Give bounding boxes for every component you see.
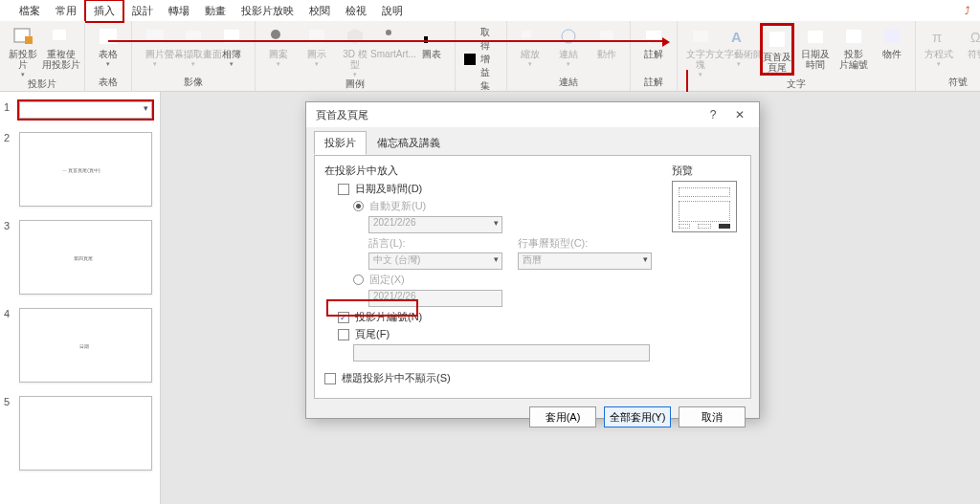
action-icon [595,26,618,47]
tab-slide[interactable]: 投影片 [314,131,367,155]
header-footer-button[interactable]: 頁首及 頁尾 [760,23,794,76]
equation-button[interactable]: π方程式▾ [922,23,956,67]
chart-icon [420,26,443,47]
dialog-close-button[interactable]: ✕ [726,108,753,121]
cancel-button[interactable]: 取消 [679,406,746,427]
svg-point-18 [386,30,391,35]
symbol-button[interactable]: Ω符號 [960,23,980,59]
photo-album-label: 相簿 [222,49,241,59]
icons-button[interactable]: 圖示▾ [300,23,334,67]
zoom-button[interactable]: 縮放▾ [513,23,547,67]
thumb-text: 日期 [79,343,89,349]
menu-design[interactable]: 設計 [124,1,161,21]
photo-album-button[interactable]: 相簿▾ [214,23,249,67]
wordart-label: 文字藝術師 [715,49,763,59]
menu-transitions[interactable]: 轉場 [161,1,197,21]
menu-file[interactable]: 檔案 [11,1,48,21]
menu-home[interactable]: 常用 [48,1,84,21]
caret-icon: ▾ [277,61,280,67]
slide-number-icon: # [842,26,865,47]
auto-update-radio[interactable] [353,201,364,211]
table-label: 表格 [99,49,118,59]
ribbon-group-註解: 註解註解 [631,21,678,91]
fixed-radio[interactable] [353,274,364,285]
screenshot-icon [182,26,205,47]
ribbon-group-圖例: 圖案▾圖示▾3D 模 型▾SmartArt...圖表圖例 [256,21,456,91]
dialog-title: 頁首及頁尾 [316,108,700,122]
svg-rect-13 [224,30,239,43]
thumb-number: 5 [4,396,13,471]
zoom-icon [519,26,542,47]
slide-thumbnail-rail[interactable]: 1插入投影片中2一 頁首頁尾(頁中)3第四頁尾4日期5 [0,92,161,504]
slide-thumbnail[interactable]: 一 頁首頁尾(頁中) [19,132,152,207]
thumb-number: 4 [4,308,13,383]
header-footer-icon [766,29,789,50]
thumb-text: 第四頁尾 [74,255,93,261]
ribbon-group-label: 表格 [91,76,125,91]
footer-label: 頁尾(F) [355,327,390,341]
menu-review[interactable]: 校閱 [301,1,338,21]
annotation-highlight-slide-number [326,299,418,317]
auto-update-date-select[interactable]: 2021/2/26 [368,216,502,233]
link-button[interactable]: 連結▾ [551,23,586,67]
svg-rect-33 [769,32,785,47]
tab-notes-handouts[interactable]: 備忘稿及講義 [367,131,451,155]
preview-label: 預覽 [672,164,741,178]
ribbon-group-label: 註解 [636,76,671,91]
thumb-number: 3 [4,220,13,295]
new-slide-button[interactable]: 新投影 片▾ [6,23,40,77]
slide-thumbnail[interactable]: 插入投影片中 [19,101,152,119]
slide-thumbnail[interactable]: 第四頁尾 [19,220,152,295]
ribbon-group-label: 文字 [683,77,909,93]
apply-button[interactable]: 套用(A) [529,406,596,427]
menu-view[interactable]: 檢視 [338,1,374,21]
action-button[interactable]: 動作 [590,23,624,59]
date-time-checkbox[interactable] [338,184,349,195]
dialog-panel: 在投影片中放入 日期及時間(D) 自動更新(U) 2021/2/26 語言(L)… [314,155,751,399]
menu-slideshow[interactable]: 投影片放映 [234,1,301,21]
chart-button[interactable]: 圖表 [414,23,449,59]
ribbon-group-增益集: 取得增益集我的增益集▾增益集 [456,21,507,91]
footer-input[interactable] [353,344,650,362]
text-box-button[interactable]: A文字方 塊▾ [683,23,718,77]
smartart-button[interactable]: SmartArt... [376,23,411,59]
svg-point-28 [562,30,575,43]
caret-icon: ▾ [353,72,357,77]
slide-thumbnail[interactable] [19,396,152,471]
language-select[interactable]: 中文 (台灣) [368,252,502,270]
dialog-help-button[interactable]: ? [700,108,726,121]
slide-number-button[interactable]: #投影 片編號 [836,23,871,70]
date-time-button[interactable]: 日期及 時間 [798,23,833,70]
footer-checkbox[interactable] [338,329,349,340]
object-button[interactable]: 物件 [875,23,909,59]
ribbon-group-投影片: 新投影 片▾重複使 用投影片投影片 [0,21,85,91]
shapes-button[interactable]: 圖案▾ [261,23,296,67]
menu-insert[interactable]: 插入 [84,0,124,23]
comment-button[interactable]: 註解 [636,23,671,59]
wordart-button[interactable]: A文字藝術師▾ [722,23,756,67]
caret-icon: ▾ [191,61,195,67]
link-icon [557,26,580,47]
slide-thumbnail[interactable]: 日期 [19,308,152,383]
dialog-titlebar[interactable]: 頁首及頁尾 ? ✕ [306,102,759,127]
shapes-icon [267,26,290,47]
table-button[interactable]: 表格▾ [91,23,125,67]
3d-models-icon [344,26,367,47]
menu-animations[interactable]: 動畫 [197,1,234,21]
share-icon[interactable]: ⤴ [965,5,970,16]
reuse-slides-button[interactable]: 重複使 用投影片 [44,23,78,70]
header-footer-label: 頁首及 頁尾 [763,52,791,73]
calendar-select[interactable]: 西曆 [518,252,652,270]
menu-help[interactable]: 說明 [374,1,411,21]
pictures-button[interactable]: 圖片▾ [138,23,172,67]
apply-all-button[interactable]: 全部套用(Y) [604,406,671,427]
screenshot-button[interactable]: 螢幕擷取畫面▾ [176,23,211,67]
slide-number-label: 投影 片編號 [839,49,868,70]
caret-icon: ▾ [106,61,110,67]
dont-show-title-checkbox[interactable] [324,373,336,384]
3d-models-button[interactable]: 3D 模 型▾ [338,23,372,77]
get-addins-button[interactable]: 取得增益集 [461,25,501,94]
ribbon-group-label: 連結 [513,76,624,91]
svg-rect-11 [186,31,201,41]
ribbon-group-label: 符號 [922,76,980,91]
